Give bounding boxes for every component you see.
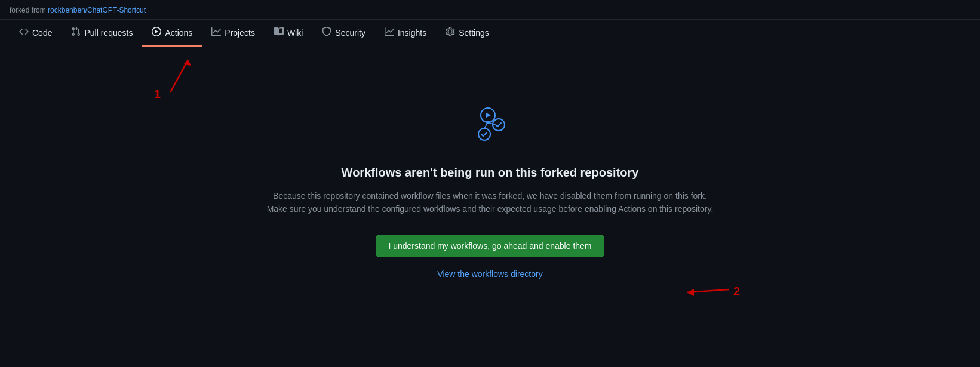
enable-workflows-button[interactable]: I understand my workflows, go ahead and … [376, 235, 604, 257]
wiki-icon [274, 27, 284, 38]
tab-actions-label: Actions [165, 28, 192, 38]
tab-wiki-label: Wiki [287, 28, 303, 38]
actions-icon [152, 27, 161, 38]
svg-point-6 [486, 121, 490, 124]
fork-link[interactable]: rockbenben/ChatGPT-Shortcut [48, 6, 146, 14]
svg-marker-1 [486, 113, 491, 118]
view-workflows-link[interactable]: View the workflows directory [437, 269, 542, 279]
tab-projects-label: Projects [225, 28, 255, 38]
main-content: Workflows aren't being run on this forke… [0, 47, 980, 334]
top-bar: forked from rockbenben/ChatGPT-Shortcut [0, 0, 980, 20]
tab-code[interactable]: Code [10, 20, 62, 47]
workflow-title: Workflows aren't being run on this forke… [342, 166, 639, 180]
tab-settings-label: Settings [459, 28, 489, 38]
tab-security-label: Security [335, 28, 365, 38]
fork-info: forked from rockbenben/ChatGPT-Shortcut [10, 6, 146, 14]
pull-request-icon [71, 27, 81, 38]
tab-insights-label: Insights [398, 28, 426, 38]
workflow-description: Because this repository contained workfl… [263, 189, 717, 216]
tab-security[interactable]: Security [312, 20, 375, 47]
tab-insights[interactable]: Insights [375, 20, 436, 47]
code-icon [19, 27, 29, 38]
workflow-icon [466, 102, 514, 152]
fork-prefix: forked from [10, 6, 46, 14]
tab-settings[interactable]: Settings [436, 20, 499, 47]
tab-projects[interactable]: Projects [202, 20, 265, 47]
security-icon [322, 27, 331, 38]
insights-icon [385, 27, 394, 38]
tab-code-label: Code [32, 28, 52, 38]
tab-pull-requests-label: Pull requests [84, 28, 133, 38]
settings-icon [446, 27, 455, 38]
projects-icon [211, 27, 221, 38]
tab-pull-requests[interactable]: Pull requests [62, 20, 142, 47]
tab-wiki[interactable]: Wiki [265, 20, 312, 47]
repo-nav: Code Pull requests Actions [0, 20, 980, 47]
tab-actions[interactable]: Actions [142, 20, 202, 47]
